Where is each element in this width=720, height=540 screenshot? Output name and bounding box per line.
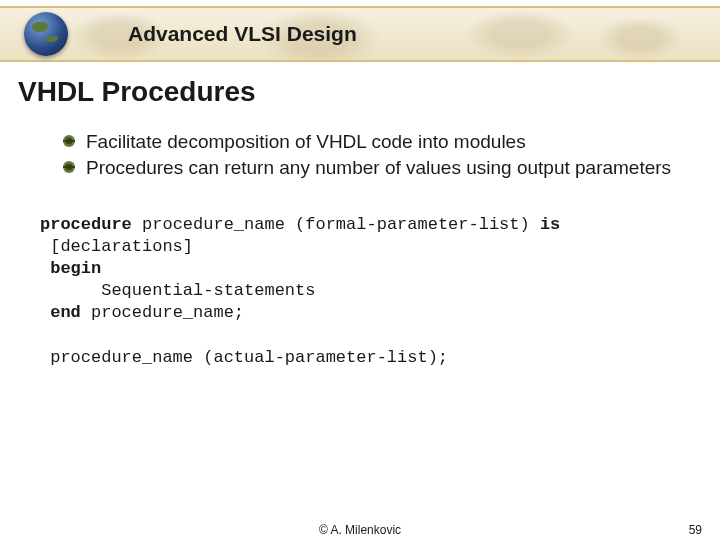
code-text: [declarations] <box>40 237 193 256</box>
code-text: procedure_name <box>132 215 295 234</box>
bullet-text: Facilitate decomposition of VHDL code in… <box>86 130 526 154</box>
code-text: procedure_name; <box>81 303 244 322</box>
code-line: begin <box>40 258 720 280</box>
keyword-procedure: procedure <box>40 215 132 234</box>
svg-rect-5 <box>63 166 75 168</box>
bullet-text: Procedures can return any number of valu… <box>86 156 671 180</box>
list-item: Procedures can return any number of valu… <box>62 156 720 180</box>
code-line: procedure_name (actual-parameter-list); <box>40 348 720 367</box>
svg-rect-2 <box>63 140 75 142</box>
code-line: Sequential-statements <box>40 280 720 302</box>
header-band: Advanced VLSI Design <box>0 6 720 62</box>
list-item: Facilitate decomposition of VHDL code in… <box>62 130 720 154</box>
keyword-end: end <box>40 303 81 322</box>
bullet-dot-icon <box>62 134 76 148</box>
code-line: [declarations] <box>40 236 720 258</box>
course-title: Advanced VLSI Design <box>128 22 357 46</box>
bullet-list: Facilitate decomposition of VHDL code in… <box>62 130 720 180</box>
code-text: Sequential-statements <box>40 281 315 300</box>
code-call-block: procedure_name (actual-parameter-list); <box>40 348 720 367</box>
header-map-background <box>0 8 720 60</box>
page-number: 59 <box>689 523 702 537</box>
footer-copyright: © A. Milenkovic <box>319 523 401 537</box>
slide-title: VHDL Procedures <box>18 76 720 108</box>
keyword-begin: begin <box>40 259 101 278</box>
code-line: procedure procedure_name (formal-paramet… <box>40 214 720 236</box>
code-line: end procedure_name; <box>40 302 720 324</box>
code-syntax-block: procedure procedure_name (formal-paramet… <box>40 214 720 324</box>
code-text: (formal-parameter-list) <box>295 215 540 234</box>
keyword-is: is <box>540 215 560 234</box>
code-text: procedure_name (actual-parameter-list); <box>40 348 448 367</box>
bullet-dot-icon <box>62 160 76 174</box>
globe-icon <box>24 12 68 56</box>
